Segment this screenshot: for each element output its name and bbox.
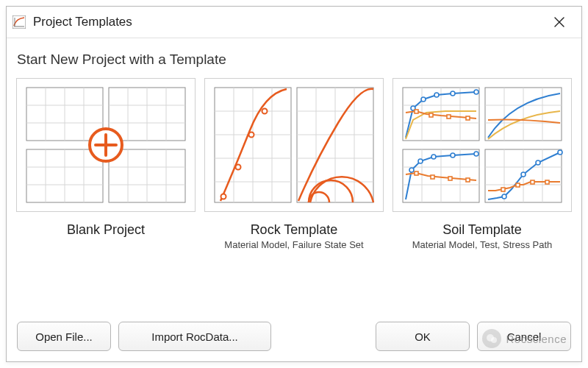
svg-point-92: [536, 160, 540, 165]
project-templates-dialog: Project Templates Start New Project with…: [6, 6, 582, 362]
template-thumb-rock: [204, 78, 384, 212]
svg-point-37: [236, 165, 241, 170]
svg-point-58: [474, 90, 478, 94]
svg-point-76: [418, 159, 423, 163]
svg-point-39: [262, 109, 268, 114]
svg-rect-59: [415, 110, 418, 113]
dialog-title: Project Templates: [33, 15, 545, 29]
template-sub: Material Model, Failure State Set: [224, 239, 363, 250]
svg-rect-81: [431, 175, 434, 179]
svg-point-56: [434, 93, 439, 97]
app-icon: [12, 15, 26, 29]
button-label: Cancel: [507, 330, 542, 343]
svg-point-91: [521, 172, 526, 177]
svg-rect-60: [429, 113, 433, 117]
svg-point-55: [421, 97, 426, 102]
svg-rect-96: [531, 180, 534, 184]
svg-rect-97: [545, 180, 549, 184]
button-label: OK: [415, 330, 431, 343]
soil-chart-icon: [393, 79, 571, 211]
svg-rect-80: [415, 171, 418, 175]
button-label: Import RocData...: [151, 330, 238, 343]
template-thumb-blank: [16, 78, 196, 212]
svg-point-78: [451, 153, 455, 158]
svg-rect-83: [466, 178, 470, 182]
svg-point-38: [249, 132, 254, 138]
svg-point-75: [409, 168, 414, 172]
svg-point-93: [558, 150, 562, 155]
template-cards: Blank Project: [7, 71, 581, 314]
button-bar: Open File... Import RocData... OK Cancel: [7, 314, 581, 361]
template-thumb-soil: [392, 78, 572, 212]
template-name: Blank Project: [67, 222, 145, 238]
close-button[interactable]: [545, 10, 574, 34]
cancel-button[interactable]: Cancel: [477, 322, 571, 351]
svg-rect-95: [516, 183, 520, 187]
svg-point-79: [474, 152, 478, 156]
svg-rect-61: [447, 115, 451, 118]
close-icon: [554, 17, 564, 27]
template-card-blank[interactable]: Blank Project: [17, 78, 195, 311]
svg-point-57: [451, 91, 455, 96]
ok-button[interactable]: OK: [376, 322, 470, 351]
svg-point-90: [502, 194, 506, 199]
import-rocdata-button[interactable]: Import RocData...: [118, 322, 271, 351]
svg-point-36: [221, 194, 226, 199]
rock-chart-icon: [205, 79, 383, 211]
template-name: Soil Template: [442, 222, 522, 238]
svg-rect-82: [448, 177, 452, 180]
template-card-rock[interactable]: Rock Template Material Model, Failure St…: [205, 78, 383, 311]
template-sub: Material Model, Test, Stress Path: [412, 239, 553, 250]
svg-rect-62: [466, 116, 470, 120]
svg-point-77: [431, 155, 436, 159]
svg-rect-94: [501, 188, 505, 191]
titlebar: Project Templates: [7, 7, 581, 38]
subheading: Start New Project with a Template: [7, 38, 581, 71]
template-name: Rock Template: [251, 222, 338, 238]
open-file-button[interactable]: Open File...: [17, 322, 111, 351]
template-card-soil[interactable]: Soil Template Material Model, Test, Stre…: [393, 78, 571, 311]
blank-grid-icon: [17, 79, 195, 211]
button-label: Open File...: [35, 330, 93, 343]
